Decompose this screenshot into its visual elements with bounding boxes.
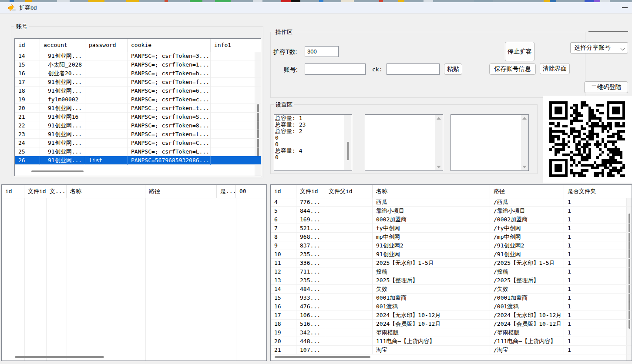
table-row[interactable]: 8968...mp中创网/mp中创网1 — [271, 233, 632, 241]
table-row[interactable]: 17106...2024【无水印】10-12月/2024【无水印】10-12月1 — [271, 311, 632, 320]
table-row[interactable]: 19fylm00002PANPSC=; csrfToken=c... — [15, 95, 261, 104]
cell: PANPSC=; csrfToken=8... — [128, 121, 211, 130]
cell: 1 — [564, 259, 627, 267]
cell: PANPSC=; csrfToken=f... — [128, 78, 211, 87]
triangle-down-icon[interactable] — [522, 166, 527, 168]
cell — [211, 130, 250, 139]
list-item[interactable]: 总容量: 2 — [274, 128, 352, 134]
list-item[interactable]: 0 — [274, 134, 352, 141]
table-row[interactable]: 19342...梦雨模版/梦雨模版1 — [271, 328, 632, 337]
cell — [211, 95, 250, 104]
cell: 梦雨模版 — [373, 328, 490, 337]
accounts-table[interactable]: idaccountpasswordcookieinfo1 1491创业网...P… — [14, 38, 261, 176]
cell: PANPSC=; csrfToken=b... — [128, 69, 211, 78]
clear-ui-button[interactable]: 清除界面 — [540, 63, 570, 74]
separator-line — [588, 31, 628, 32]
stop-expand-button[interactable]: 停止扩容 — [505, 42, 535, 61]
table-row[interactable]: 21107...淘宝/淘宝1 — [271, 346, 632, 354]
table-row[interactable]: 2291创业网...PANPSC=; csrfToken=8... — [15, 121, 261, 130]
table-row[interactable]: 15小太阳_2028PANPSC=; csrfToken=1... — [15, 60, 261, 69]
list-item[interactable]: 总容量: 23 — [274, 121, 352, 128]
cell: 91创业网... — [40, 78, 85, 87]
table-row[interactable]: 2691创业网...listPANPSC=5679685932086... — [15, 156, 261, 165]
accounts-horizontal-scrollbar-thumb[interactable] — [31, 170, 84, 172]
right-file-table[interactable]: id文件id文件父id名称路径是否文件夹 4776...西瓜/西瓜15844..… — [270, 184, 632, 361]
table-row[interactable]: 2091创业网...PANPSC=; csrfToken=t... — [15, 104, 261, 113]
column-header: 文件id — [296, 185, 325, 198]
settings-group-title: 设置区 — [274, 101, 294, 109]
cell: 91创业网... — [40, 104, 85, 113]
minimize-icon[interactable] — [619, 2, 630, 13]
cell — [325, 346, 373, 354]
list-item[interactable]: 总容量: 1 — [274, 115, 352, 121]
expand-t-input[interactable] — [305, 46, 339, 57]
ck-label: ck: — [372, 66, 382, 73]
cell — [325, 259, 373, 267]
save-account-info-button[interactable]: 保存账号信息 — [489, 63, 536, 75]
cell: 淘宝 — [373, 346, 490, 354]
table-row[interactable]: 2591创业网...PANPSC=; csrfToken=L... — [15, 147, 261, 156]
qr-login-button[interactable]: 二维码登陆 — [584, 81, 628, 93]
cell — [85, 78, 128, 87]
cell: list — [85, 156, 128, 165]
table-row[interactable]: 20448...111电商—【上货内容】/111电商—【上货内容】1 — [271, 337, 632, 346]
table-row[interactable]: 16476...001渡鸦/001渡鸦1 — [271, 302, 632, 311]
table-row[interactable]: 18516...2024【会员版】10-12月/2024【会员版】10-12月1 — [271, 320, 632, 328]
column-header: info1 — [211, 39, 250, 52]
cell — [85, 60, 128, 69]
settings-listbox-3[interactable] — [450, 114, 529, 171]
table-row[interactable]: 10235...91创业网/91创业网1 — [271, 250, 632, 259]
cell — [211, 52, 250, 60]
cell: 968... — [296, 233, 325, 241]
column-line — [24, 185, 25, 361]
cell: 6 — [271, 215, 296, 224]
column-header: 路径 — [490, 185, 564, 198]
cell: 711... — [296, 267, 325, 276]
triangle-up-icon[interactable] — [437, 117, 441, 120]
table-row[interactable]: 11336...2025【无水印】1-5月/2025【无水印】1-5月1 — [271, 259, 632, 267]
cell: 91创业网2 — [373, 241, 490, 250]
scrollbar-thumb[interactable] — [347, 142, 349, 160]
table-row[interactable]: 7521...fy中创网/fy中创网1 — [271, 224, 632, 233]
cell: 19 — [15, 95, 40, 104]
table-row[interactable]: 2391创业网...PANPSC=; csrfToken=l... — [15, 130, 261, 139]
share-account-combo[interactable]: 选择分享账号 — [570, 42, 628, 53]
cell: 1 — [564, 224, 627, 233]
paste-button[interactable]: 粘贴 — [444, 63, 462, 75]
table-row[interactable]: 15933...0001加盟商/0001加盟商1 — [271, 294, 632, 302]
list-item[interactable]: 0 — [274, 154, 352, 160]
list-item[interactable]: 0 — [274, 141, 352, 147]
table-row[interactable]: 2491创业网...PANPSC=; csrfToken=C... — [15, 139, 261, 147]
column-header: 名称 — [373, 185, 490, 198]
cell: 484... — [296, 285, 325, 294]
left-file-table[interactable]: id文件id文...名称路径是...00 — [1, 184, 267, 361]
table-row[interactable]: 2191创业网16PANPSC=; csrfToken=S... — [15, 113, 261, 121]
table-row[interactable]: 4776...西瓜/西瓜1 — [271, 198, 632, 207]
ck-input[interactable] — [387, 63, 440, 75]
table-row[interactable]: 1791创业网...PANPSC=; csrfToken=f... — [15, 78, 261, 87]
cell: /2024【会员版】10-12月 — [490, 320, 564, 328]
cell: 1 — [564, 294, 627, 302]
table-row[interactable]: 1491创业网...PANPSC=; csrfToken=3... — [15, 52, 261, 60]
table-row[interactable]: 16创业者20...PANPSC=; csrfToken=b... — [15, 69, 261, 78]
triangle-down-icon[interactable] — [437, 166, 441, 168]
table-row[interactable]: 5844...靠谱小项目/靠谱小项目1 — [271, 207, 632, 215]
triangle-up-icon[interactable] — [522, 117, 527, 120]
right-table-horizontal-scrollbar-thumb[interactable] — [275, 356, 370, 358]
cell: 91创业网... — [40, 87, 85, 95]
column-line — [236, 185, 236, 361]
capacity-listbox[interactable]: 总容量: 1总容量: 23总容量: 200总容量: 40 — [274, 114, 352, 171]
table-row[interactable]: 13235...2025【整理后】/2025【整理后】1 — [271, 276, 632, 285]
settings-listbox-2[interactable] — [365, 114, 443, 171]
cell: /111电商—【上货内容】 — [490, 337, 564, 346]
table-row[interactable]: 9837...91创业网2/91创业网21 — [271, 241, 632, 250]
table-row[interactable]: 14484...失效/失效1 — [271, 285, 632, 294]
cell: 10 — [271, 250, 296, 259]
table-row[interactable]: 1891创业网...PANPSC=; csrfToken=6... — [15, 87, 261, 95]
table-row[interactable]: 6169...0002加盟商/0002加盟商1 — [271, 215, 632, 224]
left-table-horizontal-scrollbar-thumb[interactable] — [15, 356, 104, 358]
cell — [325, 215, 373, 224]
account-input[interactable] — [305, 63, 366, 75]
list-item[interactable]: 总容量: 4 — [274, 147, 352, 154]
table-row[interactable]: 12711...投稿/投稿1 — [271, 267, 632, 276]
